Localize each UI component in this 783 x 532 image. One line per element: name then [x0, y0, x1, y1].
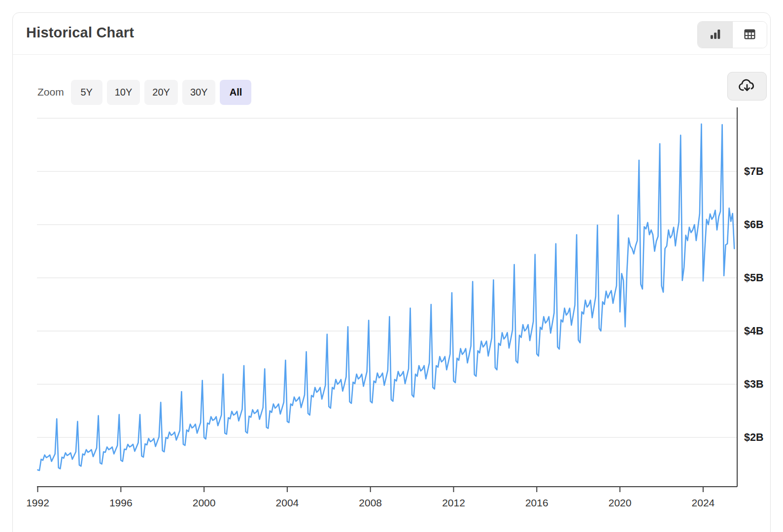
page-title: Historical Chart — [26, 25, 134, 41]
view-toggle — [697, 21, 767, 48]
table-icon — [743, 28, 756, 42]
cloud-download-icon — [738, 76, 756, 97]
zoom-button-5y[interactable]: 5Y — [71, 80, 102, 105]
card-header: Historical Chart — [13, 13, 770, 55]
zoom-button-all[interactable]: All — [220, 80, 251, 105]
download-button[interactable] — [727, 72, 767, 100]
zoom-controls: Zoom 5Y 10Y 20Y 30Y All — [37, 79, 251, 105]
zoom-button-10y[interactable]: 10Y — [107, 80, 140, 105]
chart-view-button[interactable] — [698, 22, 732, 48]
historical-chart-card: Historical Chart — [12, 12, 771, 532]
zoom-button-20y[interactable]: 20Y — [144, 80, 178, 105]
bar-chart-icon — [709, 28, 722, 42]
zoom-button-30y[interactable]: 30Y — [182, 80, 216, 105]
zoom-label: Zoom — [37, 86, 64, 98]
table-view-button[interactable] — [732, 22, 767, 48]
